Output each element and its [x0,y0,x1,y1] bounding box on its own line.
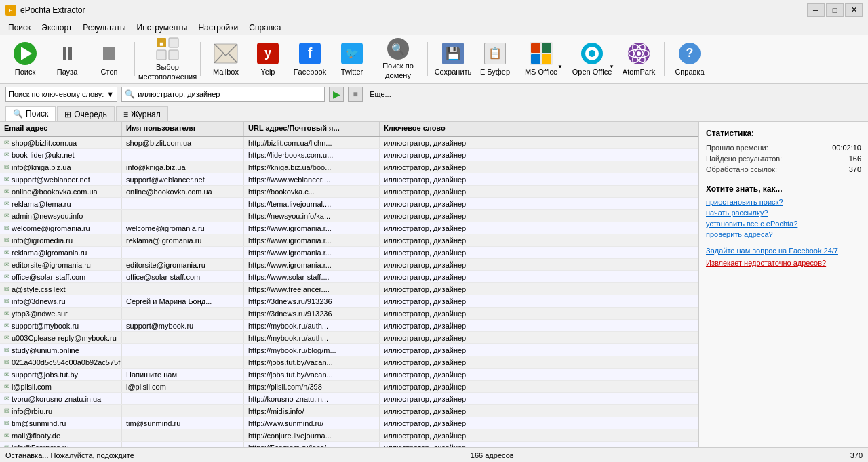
table-row[interactable]: ✉tim@sunmind.rutim@sunmind.ruhttp://www.… [0,417,698,429]
menu-search[interactable]: Поиск [3,22,36,34]
twitter-icon: 🐦 [340,41,364,66]
keyword-field[interactable] [138,90,321,98]
menu-help[interactable]: Справка [243,22,286,34]
facebook-button[interactable]: f Facebook [290,38,330,80]
more-button[interactable]: Еще... [367,89,394,100]
table-cell-email: ✉admin@newsyou.info [0,210,122,222]
minimize-button[interactable]: ─ [807,3,825,17]
table-body[interactable]: ✉shop@bizlit.com.uashop@bizlit.com.uahtt… [0,137,698,447]
table-row[interactable]: ✉editorsite@igromania.rueditorsite@igrom… [0,259,698,271]
openoffice-button[interactable]: Open Office ▼ [568,38,616,80]
table-row[interactable]: ✉welcome@igromania.ruwelcome@igromania.r… [0,222,698,234]
stop-button-label: Стоп [101,68,118,77]
table-row[interactable]: ✉info@3dnews.ruСергей и Марина Бонд...ht… [0,295,698,308]
table-row[interactable]: ✉tvoru@korusno-znatu.in.uahttp://korusno… [0,393,698,405]
search-type-dropdown[interactable]: Поиск по ключевому слову: ▼ [5,87,117,102]
table-cell-url: https://3dnews.ru/913236 [244,295,380,307]
tab-queue[interactable]: ⊞ Очередь [57,106,115,121]
table-row[interactable]: ✉ytop3@ndwe.surhttps://3dnews.ru/913236и… [0,308,698,320]
menu-tools[interactable]: Инструменты [132,22,193,34]
table-row[interactable]: ✉admin@newsyou.infohttps://newsyou.info/… [0,210,698,222]
toolbar-separator-2 [200,42,201,76]
table-cell-email: ✉editorsite@igromania.ru [0,259,122,270]
stat-found-value: 166 [849,154,861,163]
search-button-label: Поиск [15,68,35,77]
table-row[interactable]: ✉support@mybook.rusupport@mybook.ruhttps… [0,320,698,332]
table-cell-url: https://kniga.biz.ua/boo... [244,161,380,173]
stop-icon [97,41,121,66]
pause-button[interactable]: Пауза [47,38,87,80]
table-cell-keyword: иллюстратор, дизайнер [380,198,488,209]
extract-warning-link[interactable]: Извлекает недостаточно адресов? [706,259,861,267]
toolbar-separator-3 [427,42,428,76]
stat-found-row: Найдено результатов: 166 [706,154,861,163]
table-row[interactable]: ✉shop@bizlit.com.uashop@bizlit.com.uahtt… [0,137,698,149]
mailbox-button[interactable]: Mailbox [206,38,245,80]
email-icon: ✉ [4,212,9,219]
svg-rect-3 [169,50,178,60]
tab-journal[interactable]: ≡ Журнал [116,106,168,121]
col-header-url[interactable]: URL адрес/Почтовый я... [244,122,380,136]
svg-point-15 [589,50,595,57]
table-row[interactable]: ✉u003Cplease-reply@mybook.ruhttps://mybo… [0,332,698,344]
table-cell-url: https://newsyou.info/ka... [244,210,380,222]
stop-button[interactable]: Стоп [90,38,129,80]
menu-export[interactable]: Экспорт [36,22,77,34]
col-header-name[interactable]: Имя пользователя [122,122,244,136]
search-keyword-input[interactable]: 🔍 [121,87,325,102]
col-header-keyword[interactable]: Ключевое слово [380,122,488,136]
help-link-verify[interactable]: проверить адреса? [706,230,861,238]
table-row[interactable]: ✉reklama@igromania.ruhttps://www.igroman… [0,247,698,259]
help-link-pause[interactable]: приостановить поиск? [706,198,861,206]
table-row[interactable]: ✉info@kniga.biz.uainfo@kniga.biz.uahttps… [0,161,698,173]
table-row[interactable]: ✉reklama@tema.ruhttps://tema.livejournal… [0,198,698,210]
help-section-title: Хотите знать, как... [706,184,861,194]
help-button[interactable]: ? Справка [670,38,709,80]
menu-results[interactable]: Результаты [77,22,131,34]
facebook-button-label: Facebook [294,68,326,77]
table-row[interactable]: ✉a@style.cssTexthttps://www.freelancer..… [0,283,698,295]
search-go-button[interactable]: ▶ [329,87,344,102]
email-icon: ✉ [4,175,9,183]
domain-search-button[interactable]: 🔍 Поиск по домену [374,38,422,80]
menu-settings[interactable]: Настройки [193,22,243,34]
go-icon: ▶ [333,89,340,100]
maximize-button[interactable]: □ [826,3,844,17]
table-cell-name: info@kniga.biz.ua [122,161,244,173]
atompark-button[interactable]: AtomPark [619,38,658,80]
help-link-install[interactable]: установить все с ePochta? [706,219,861,228]
table-row[interactable]: ✉info@5corners.ruhttps://5corners.ru/job… [0,442,698,447]
table-row[interactable]: ✉support@weblancer.netsupport@weblancer.… [0,173,698,186]
table-row[interactable]: ✉book-lider@ukr.nethttps://liderbooks.co… [0,149,698,161]
location-button[interactable]: ■ Выбор местоположения [140,38,195,80]
main-content: Email адрес Имя пользователя URL адрес/П… [0,122,868,447]
search-button[interactable]: Поиск [5,38,45,80]
table-row[interactable]: ✉021a400d5c554c00a0b92ac575f...https://j… [0,356,698,369]
close-button[interactable]: ✕ [845,3,863,17]
table-row[interactable]: ✉office@solar-staff.comoffice@solar-staf… [0,271,698,283]
table-cell-keyword: иллюстратор, дизайнер [380,234,488,246]
facebook-question-link[interactable]: Задайте нам вопрос на Facebook 24/7 [706,247,861,255]
yelp-button[interactable]: y Yelp [248,38,288,80]
col-header-email[interactable]: Email адрес [0,122,122,136]
msoffice-button[interactable]: MS Office ▼ [517,38,565,80]
svg-rect-2 [157,50,166,60]
buffer-button[interactable]: 📋 Е Буфер [475,38,515,80]
table-row[interactable]: ✉online@bookovka.com.uaonline@bookovka.c… [0,186,698,198]
table-cell-email: ✉support@mybook.ru [0,320,122,331]
table-cell-keyword: иллюстратор, дизайнер [380,259,488,270]
table-row[interactable]: ✉mail@floaty.dehttp://conjure.livejourna… [0,429,698,442]
email-icon: ✉ [4,151,9,159]
search-stop-button[interactable]: ■ [348,87,363,102]
help-link-newsletter[interactable]: начать рассылку? [706,209,861,217]
table-row[interactable]: ✉info@igromedia.rureklama@igromania.ruht… [0,234,698,247]
table-cell-name [122,356,244,368]
table-row[interactable]: ✉i@pllsll.comi@pllsll.comhttps://pllsll.… [0,381,698,393]
tab-search[interactable]: 🔍 Поиск [5,106,56,121]
table-row[interactable]: ✉info@rbiu.ruhttps://midis.info/иллюстра… [0,405,698,417]
table-row[interactable]: ✉support@jobs.tut.byНапишите намhttps://… [0,369,698,381]
twitter-button[interactable]: 🐦 Twitter [332,38,372,80]
table-row[interactable]: ✉study@unium.onlinehttps://mybook.ru/blo… [0,344,698,356]
save-button[interactable]: 💾 Сохранить [433,38,473,80]
table-cell-name [122,210,244,222]
